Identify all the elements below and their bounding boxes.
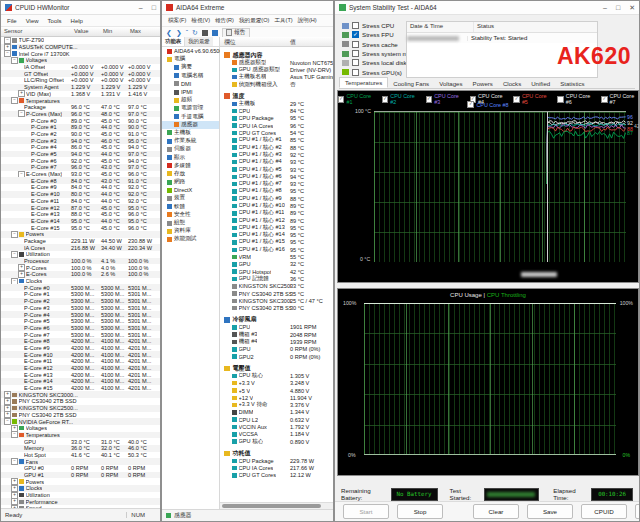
sensor-reading-row[interactable]: 主機板29 °C <box>220 100 333 107</box>
menu-item[interactable]: Help <box>71 18 83 24</box>
menu-item[interactable]: 工具(T) <box>274 17 292 25</box>
minimize-icon[interactable]: – <box>603 4 607 11</box>
sensor-row[interactable]: P-Core #486.0 °C45.0 °C94.0 °C <box>1 144 160 151</box>
nav-item[interactable]: 作業系統 <box>162 137 219 145</box>
maximize-icon[interactable]: □ <box>152 4 156 11</box>
log-row[interactable]: Stability Test: Started <box>407 33 597 43</box>
sensor-reading-row[interactable]: GPU20 RPM (0%) <box>220 353 333 360</box>
checkbox-unchecked[interactable] <box>352 69 359 76</box>
sensor-reading-row[interactable]: 偵測到機箱侵入否 <box>220 81 333 88</box>
col-value[interactable]: 值 <box>290 38 296 47</box>
minimize-icon[interactable]: – <box>139 4 143 11</box>
sensor-row[interactable]: +ASUSTeK COMPUTE... <box>1 44 160 51</box>
sensor-row[interactable]: P-Core #45300 M...5300 M...5301 M... <box>1 311 160 318</box>
sensor-row[interactable]: P-Core #35300 M...5300 M...5301 M... <box>1 305 160 312</box>
nav-item[interactable]: 電腦名稱 <box>162 72 219 80</box>
save-button[interactable]: Save <box>527 504 573 519</box>
sensor-row[interactable]: +E-Cores100.0 %2.6 %100.0 % <box>1 271 160 278</box>
sensor-row[interactable]: +PNY CS3040 2TB SSD <box>1 412 160 419</box>
nav-item[interactable]: 存放 <box>162 170 219 178</box>
sensor-row[interactable]: E-Core #124200 M...4100 M...4201 M... <box>1 365 160 372</box>
clear-button[interactable]: Clear <box>473 504 519 519</box>
nav-item[interactable]: 網路 <box>162 178 219 186</box>
close-icon[interactable]: ✕ <box>629 4 635 11</box>
sensor-reading-row[interactable]: KINGSTON SKC2500M82000G33 °C <box>220 283 333 290</box>
checkbox-unchecked[interactable] <box>352 41 359 48</box>
nav-item[interactable]: 超頻 <box>162 96 219 104</box>
col-value[interactable]: Value <box>74 28 88 34</box>
nav-item[interactable]: 組態 <box>162 219 219 227</box>
sensor-row[interactable]: P-Core #594.0 °C44.0 °C97.0 °C <box>1 151 160 158</box>
nav-item[interactable]: 感應器 <box>162 121 219 129</box>
chart-icon[interactable] <box>212 30 218 36</box>
sensor-reading-row[interactable]: 機箱 #32048 RPM <box>220 331 333 338</box>
sensor-row[interactable]: E-Core #1184.0 °C44.0 °C92.0 °C <box>1 198 160 205</box>
sensor-row[interactable]: +PNY CS3040 2TB SSD <box>1 398 160 405</box>
sensor-reading-row[interactable]: GPU0 RPM (0%) <box>220 346 333 353</box>
tab-voltages[interactable]: Voltages <box>434 79 467 88</box>
sensor-row[interactable]: −Intel Core i7 13700K <box>1 50 160 57</box>
tab-menu[interactable]: 功能表 <box>162 37 185 46</box>
tab-statistics[interactable]: Statistics <box>555 79 589 88</box>
sensor-row[interactable]: E-Core #984.0 °C44.0 °C92.0 °C <box>1 184 160 191</box>
sensor-reading-row[interactable]: +12 V11.904 V <box>220 394 333 401</box>
sensor-row[interactable]: P-Core #290.0 °C45.0 °C91.0 °C <box>1 131 160 138</box>
tab-unified[interactable]: Unified <box>526 79 555 88</box>
menu-item[interactable]: File <box>7 18 17 24</box>
sensor-row[interactable]: E-Core #1388.0 °C45.0 °C96.0 °C <box>1 211 160 218</box>
sensor-reading-row[interactable]: CPU IA Cores96 °C <box>220 122 333 129</box>
nav-item[interactable]: 顯示 <box>162 153 219 161</box>
nav-item[interactable]: 裝置 <box>162 194 219 202</box>
sensor-row[interactable]: E-Core #144200 M...4100 M...4201 M... <box>1 378 160 385</box>
sensor-reading-row[interactable]: +5 V4.880 V <box>220 387 333 394</box>
scrollbar-thumb[interactable] <box>222 504 321 508</box>
sensor-row[interactable]: P-Core #15300 M...5300 M...5301 M... <box>1 291 160 298</box>
sensor-reading-row[interactable]: GPU 感應器類型Driver (NV-DRV) <box>220 66 333 73</box>
col-sensor[interactable]: Sensor <box>4 28 22 34</box>
checkbox-unchecked[interactable] <box>352 50 359 57</box>
nav-item[interactable]: 資料庫 <box>162 227 219 235</box>
sensor-row[interactable]: P-Core #05300 M...5300 M...5301 M... <box>1 284 160 291</box>
sensor-row[interactable]: +KINGSTON SKC3000... <box>1 391 160 398</box>
tab-cooling-fans[interactable]: Cooling Fans <box>388 79 434 88</box>
sensor-row[interactable]: IA Offset+0.000 V+0.000 V+0.000 V <box>1 64 160 71</box>
nav-item[interactable]: 手提電腦 <box>162 113 219 121</box>
tab-favorites[interactable]: 我的最愛 <box>185 37 213 46</box>
refresh-icon[interactable]: ↻ <box>192 29 198 37</box>
sensor-reading-row[interactable]: 機箱 #41939 RPM <box>220 338 333 345</box>
menu-item[interactable]: 說明(H) <box>298 17 317 25</box>
tab-temperatures[interactable]: Temperatures <box>339 77 388 88</box>
sensor-reading-row[interactable]: DIMM1.344 V <box>220 409 333 416</box>
nav-item[interactable]: DMI <box>162 80 219 88</box>
checkbox-unchecked[interactable] <box>352 59 359 66</box>
sensor-row[interactable]: E-Core #94200 M...4100 M...4201 M... <box>1 345 160 352</box>
sensor-row[interactable]: −Clocks <box>1 278 160 285</box>
sensor-row[interactable]: GT Offset+0.000 V+0.000 V+0.000 V <box>1 70 160 77</box>
sensor-row[interactable]: GPU #00 RPM0 RPM0 RPM <box>1 465 160 472</box>
sensor-row[interactable]: +Performance <box>1 498 160 505</box>
user-icon[interactable] <box>202 30 208 36</box>
nav-item[interactable]: 安全性 <box>162 211 219 219</box>
sensor-row[interactable]: P-Core #394.0 °C46.0 °C95.0 °C <box>1 137 160 144</box>
log-col-datetime[interactable]: Date & Time <box>407 22 474 32</box>
sensor-reading-row[interactable]: +3.3 V3.248 V <box>220 380 333 387</box>
checkbox-unchecked[interactable] <box>352 22 359 29</box>
sensor-row[interactable]: P-Core #75300 M...5300 M...5301 M... <box>1 331 160 338</box>
nav-item[interactable]: 電腦 <box>162 55 219 63</box>
sensor-row[interactable]: GPU #10 RPM0 RPM0 RPM <box>1 472 160 479</box>
sensor-row[interactable]: P-Core #25300 M...5300 M...5301 M... <box>1 298 160 305</box>
legend-checkbox-checked[interactable]: ✓ <box>467 101 474 108</box>
sensor-row[interactable]: −E-Cores (Max)93.0 °C45.0 °C96.0 °C <box>1 171 160 178</box>
sensor-row[interactable]: +Voltages <box>1 425 160 432</box>
sensor-row[interactable]: E-Core #84200 M...4100 M...4201 M... <box>1 338 160 345</box>
sensor-row[interactable]: −P-Cores (Max)96.0 °C48.0 °C97.0 °C <box>1 111 160 118</box>
sensor-row[interactable]: E-Core #104200 M...4100 M...4201 M... <box>1 351 160 358</box>
sensor-row[interactable]: +KINGSTON SKC2500... <box>1 405 160 412</box>
nav-item[interactable]: DirectX <box>162 186 219 194</box>
checkbox-checked[interactable]: ✓ <box>352 31 359 38</box>
sensor-reading-row[interactable]: CPU Package229.78 W <box>220 457 333 464</box>
nav-item[interactable]: 摘要 <box>162 63 219 71</box>
sensor-reading-row[interactable]: CPU #1 / 核心 #1695 °C <box>220 246 333 253</box>
preferences-button[interactable]: Preferences <box>635 504 640 519</box>
sensor-row[interactable]: −Utilization <box>1 251 160 258</box>
